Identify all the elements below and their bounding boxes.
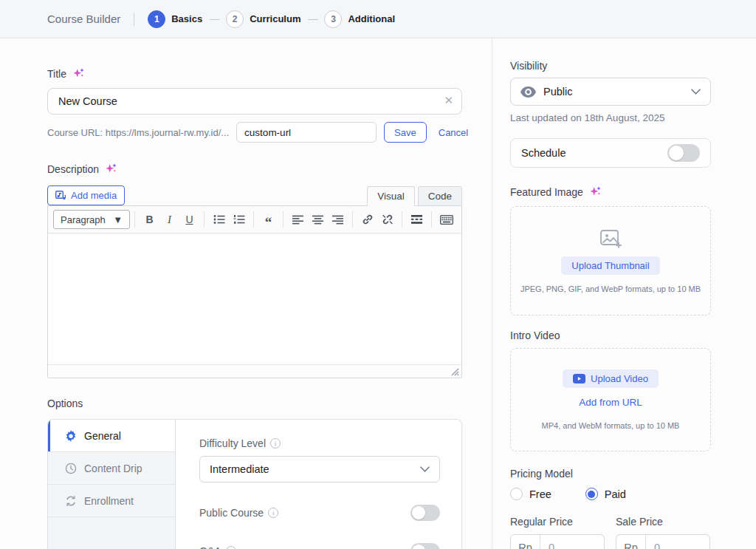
step-number-badge: 3 (324, 10, 342, 28)
currency-prefix: Rp (511, 535, 540, 549)
ai-sparkle-icon[interactable] (589, 185, 602, 198)
blockquote-button[interactable]: “ (258, 211, 278, 229)
ai-sparkle-icon[interactable] (105, 163, 117, 175)
remove-link-button[interactable] (377, 211, 397, 229)
tab-visual[interactable]: Visual (367, 186, 415, 206)
featured-image-label-row: Featured Image (510, 185, 711, 198)
sale-price-label: Sale Price (616, 516, 710, 528)
step-connector: — (308, 13, 317, 24)
upload-video-button[interactable]: Upload Video (563, 369, 659, 388)
intro-video-label: Intro Video (510, 330, 711, 341)
step-additional[interactable]: 3 Additional (324, 10, 395, 28)
featured-image-dropzone[interactable]: Upload Thumbnail JPEG, PNG, GIF, and Web… (510, 206, 711, 316)
regular-price-input[interactable] (540, 542, 604, 549)
editor-mode-tabs: Visual Code (367, 186, 462, 206)
cancel-url-link[interactable]: Cancel (439, 127, 468, 138)
italic-button[interactable]: I (159, 211, 179, 229)
bold-button[interactable]: B (140, 211, 159, 229)
difficulty-label: Difficulty Level (199, 437, 266, 449)
chevron-down-icon (691, 89, 701, 95)
align-left-button[interactable] (288, 211, 308, 229)
last-updated-text: Last updated on 18th August, 2025 (510, 112, 711, 123)
options-tab-enrollment[interactable]: Enrollment (48, 485, 175, 517)
sale-price-input-group: Rp (616, 534, 710, 549)
upload-thumbnail-button[interactable]: Upload Thumbnail (561, 256, 659, 275)
save-url-button[interactable]: Save (384, 122, 427, 143)
settings-sidebar: Visibility Public Last updated on 18th A… (492, 38, 756, 549)
regular-price-field: Regular Price Rp (510, 516, 605, 549)
currency-prefix: Rp (616, 535, 646, 549)
paragraph-format-select[interactable]: Paragraph ▼ (53, 210, 130, 229)
sale-price-field: Sale Price Rp (616, 516, 710, 549)
regular-price-input-group: Rp (510, 534, 605, 549)
difficulty-select[interactable]: Intermediate (199, 456, 440, 482)
options-tab-content-drip[interactable]: Content Drip (48, 452, 175, 485)
align-right-button[interactable] (328, 211, 348, 229)
pricing-radio-group: Free Paid (510, 488, 711, 500)
course-url-prefix: Course URL: https://lms.journal-rw.my.id… (47, 127, 229, 138)
clock-icon (65, 463, 77, 474)
add-media-button[interactable]: Add media (47, 185, 125, 205)
editor-content-area[interactable] (48, 233, 461, 364)
title-label-row: Title (47, 67, 462, 80)
info-icon[interactable]: i (270, 438, 281, 449)
course-url-row: Course URL: https://lms.journal-rw.my.id… (47, 122, 462, 143)
thumbnail-format-hint: JPEG, PNG, GIF, and WebP formats, up to … (520, 284, 701, 293)
align-center-button[interactable] (308, 211, 328, 229)
add-from-url-link[interactable]: Add from URL (579, 397, 642, 408)
public-course-row: Public Course i (199, 505, 440, 521)
underline-button[interactable]: U (179, 211, 199, 229)
step-number-badge: 1 (148, 10, 165, 28)
step-curriculum[interactable]: 2 Curriculum (226, 10, 300, 28)
options-card: General Content Drip Enrollment (47, 419, 462, 549)
image-plus-icon (599, 229, 622, 249)
difficulty-value: Intermediate (210, 463, 420, 475)
toolbar-toggle-keyboard-icon[interactable] (436, 211, 456, 229)
pricing-free-radio[interactable]: Free (510, 488, 551, 500)
radio-circle (510, 488, 523, 500)
step-label: Basics (171, 13, 202, 24)
schedule-toggle[interactable] (667, 144, 700, 162)
featured-image-label: Featured Image (510, 186, 583, 198)
sale-price-input[interactable] (646, 542, 709, 549)
step-basics[interactable]: 1 Basics (148, 10, 202, 28)
chevron-down-icon (420, 466, 430, 472)
visibility-select[interactable]: Public (510, 78, 711, 106)
tab-code[interactable]: Code (418, 186, 462, 206)
bullet-list-button[interactable] (209, 211, 229, 229)
qna-label: Q&A (199, 545, 221, 549)
qna-toggle[interactable] (410, 543, 440, 549)
custom-url-input[interactable] (236, 122, 377, 143)
options-general-panel: Difficulty Level i Intermediate Public C… (176, 420, 462, 549)
read-more-tag-button[interactable] (407, 211, 427, 229)
numbered-list-button[interactable] (229, 211, 249, 229)
sync-icon (65, 495, 77, 507)
info-icon[interactable]: i (226, 546, 236, 549)
topbar: Course Builder 1 Basics — 2 Curriculum —… (0, 0, 756, 38)
topbar-divider (134, 13, 134, 26)
regular-price-label: Regular Price (510, 516, 605, 528)
clear-title-icon[interactable]: ✕ (444, 94, 453, 107)
public-course-toggle[interactable] (410, 505, 440, 521)
public-course-label: Public Course (199, 507, 264, 519)
resize-grip-handle[interactable] (451, 368, 459, 376)
public-course-label-row: Public Course i (199, 507, 278, 519)
visibility-value: Public (543, 86, 684, 98)
schedule-card: Schedule (510, 138, 711, 168)
options-tab-list: General Content Drip Enrollment (48, 420, 176, 549)
page-title: Course Builder (47, 13, 120, 25)
options-tab-label: Enrollment (84, 495, 134, 507)
pricing-paid-radio[interactable]: Paid (585, 488, 626, 500)
insert-link-button[interactable] (357, 211, 377, 229)
caret-down-icon: ▼ (113, 214, 123, 225)
ai-sparkle-icon[interactable] (72, 67, 85, 80)
course-title-input[interactable] (47, 88, 462, 115)
options-tab-label: General (84, 430, 121, 442)
options-tab-general[interactable]: General (48, 420, 175, 452)
info-icon[interactable]: i (268, 508, 278, 518)
title-label: Title (47, 68, 66, 80)
editor-toolbar: Paragraph ▼ B I U “ (48, 206, 461, 233)
editor-status-bar (48, 364, 461, 378)
radio-circle (585, 488, 598, 500)
intro-video-dropzone[interactable]: Upload Video Add from URL MP4, and WebM … (510, 348, 711, 451)
